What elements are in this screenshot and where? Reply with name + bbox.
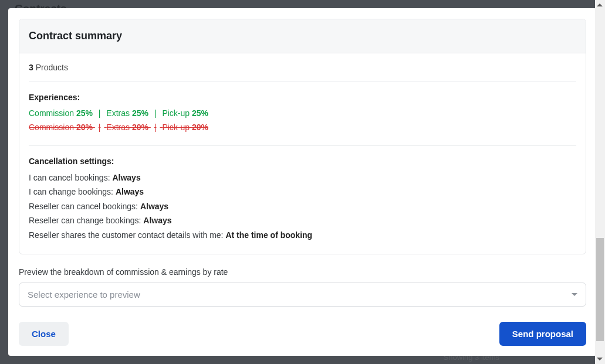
products-label: Products xyxy=(36,63,68,72)
products-count-line: 3 Products xyxy=(29,63,576,82)
cancellation-title: Cancellation settings: xyxy=(29,157,576,166)
experiences-new-rates: Commission 25% | Extras 25% | Pick-up 25… xyxy=(29,107,576,121)
old-commission-value: 20% xyxy=(76,123,93,132)
cancellation-line: Reseller can change bookings: Always xyxy=(29,213,576,228)
summary-body: 3 Products Experiences: Commission 25% |… xyxy=(19,53,586,254)
modal-footer: Close Send proposal xyxy=(19,322,586,346)
rate-separator: | xyxy=(99,108,101,118)
new-commission-value: 25% xyxy=(76,108,93,118)
experiences-title: Experiences: xyxy=(29,93,576,102)
summary-header: Contract summary xyxy=(19,19,586,53)
experiences-section: Experiences: Commission 25% | Extras 25%… xyxy=(29,82,576,146)
experiences-old-rates: Commission 20% | Extras 20% | Pick-up 20… xyxy=(29,121,576,135)
cancel-label: Reseller can cancel bookings: xyxy=(29,202,140,211)
experience-preview-select[interactable]: Select experience to preview xyxy=(19,283,586,307)
old-commission-label: Commission xyxy=(29,123,74,132)
summary-card: Contract summary 3 Products Experiences:… xyxy=(19,19,586,254)
summary-title: Contract summary xyxy=(29,30,576,42)
cancel-value: Always xyxy=(140,202,168,211)
cancel-label: I can cancel bookings: xyxy=(29,173,112,182)
cancel-value: Always xyxy=(116,187,144,196)
cancel-label: I can change bookings: xyxy=(29,187,116,196)
cancel-value: At the time of booking xyxy=(225,230,312,240)
scrollbar-thumb[interactable] xyxy=(596,238,604,341)
new-extras-value: 25% xyxy=(132,108,148,118)
old-pickup-label: Pick-up xyxy=(162,123,190,132)
new-pickup-value: 25% xyxy=(192,108,208,118)
rate-separator: | xyxy=(154,108,157,118)
scroll-down-icon xyxy=(597,358,603,360)
rate-separator: | xyxy=(99,123,101,132)
new-extras-label: Extras xyxy=(106,108,130,118)
chevron-down-icon xyxy=(572,293,577,296)
new-pickup-label: Pick-up xyxy=(162,108,190,118)
cancellation-line: I can cancel bookings: Always xyxy=(29,171,576,185)
close-button[interactable]: Close xyxy=(19,322,69,346)
old-extras-label: Extras xyxy=(106,123,130,132)
select-placeholder: Select experience to preview xyxy=(28,290,140,300)
old-pickup-value: 20% xyxy=(192,123,208,132)
new-commission-label: Commission xyxy=(29,108,74,118)
cancellation-section: Cancellation settings: I can cancel book… xyxy=(29,146,576,243)
cancel-value: Always xyxy=(112,173,140,182)
old-extras-value: 20% xyxy=(132,123,148,132)
cancel-value: Always xyxy=(143,216,171,225)
cancel-label: Reseller shares the customer contact det… xyxy=(29,230,225,240)
cancellation-line: I can change bookings: Always xyxy=(29,185,576,199)
products-count: 3 xyxy=(29,63,33,72)
vertical-scrollbar[interactable] xyxy=(595,0,605,364)
cancellation-line: Reseller shares the customer contact det… xyxy=(29,228,576,243)
preview-label: Preview the breakdown of commission & ea… xyxy=(19,267,586,277)
rate-separator: | xyxy=(154,123,157,132)
scroll-up-icon xyxy=(597,4,603,6)
contract-summary-modal: Contract summary 3 Products Experiences:… xyxy=(8,8,597,356)
cancel-label: Reseller can change bookings: xyxy=(29,216,143,225)
send-proposal-button[interactable]: Send proposal xyxy=(499,322,586,346)
cancellation-line: Reseller can cancel bookings: Always xyxy=(29,199,576,214)
